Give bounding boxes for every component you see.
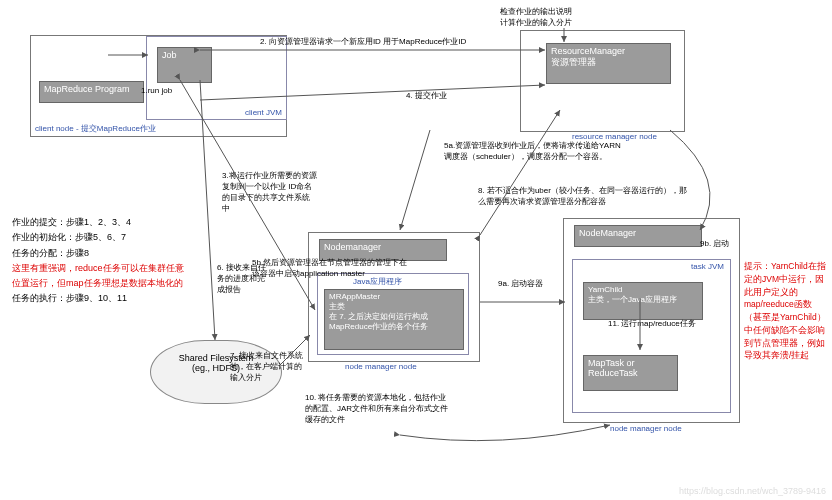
legend-l1: 作业的提交：步骤1、2、3、4 [12, 215, 192, 230]
legend: 作业的提交：步骤1、2、3、4 作业的初始化：步骤5、6、7 任务的分配：步骤8… [12, 215, 192, 307]
task-box: MapTask or ReduceTask [583, 355, 678, 391]
nm1-app-box: MRAppMaster 主类 在 7. 之后决定如何运行构成MapReduce作… [317, 273, 469, 355]
a4-label: 4. 提交作业 [406, 90, 447, 101]
a10-label: 10. 将任务需要的资源本地化，包括作业的配置、JAR文件和所有来自分布式文件缓… [305, 392, 450, 425]
rm-title: ResourceManager [551, 46, 625, 56]
nm1-node-label: node manager node [345, 362, 417, 371]
client-node-title: client node - 提交MapReduce作业 [35, 123, 156, 134]
mr-master-note: 在 7. 之后决定如何运行构成MapReduce作业的各个任务 [329, 312, 428, 331]
client-jvm-box: Job client JVM [146, 36, 287, 120]
mr-program-box: MapReduce Program [39, 81, 144, 103]
nm2-node-label: node manager node [610, 424, 682, 433]
yarnchild-sub: 主类，一个Java应用程序 [588, 295, 677, 304]
a5a-label: 5a.资源管理器收到作业后，便将请求传递给YARN调度器（scheduler），… [444, 140, 624, 162]
legend-l4: 这里有重强调，reduce任务可以在集群任意位置运行，但map任务理想是数据本地… [12, 261, 192, 292]
legend-l2: 作业的初始化：步骤5、6、7 [12, 230, 192, 245]
a8-label: 8. 若不适合作为uber（较小任务、在同一容器运行的），那么需要再次请求资源管… [478, 185, 688, 207]
tip-text: 提示：YarnChild在指定的JVM中运行，因此用户定义的map/reeduc… [744, 260, 829, 362]
a5b-label: 5b.然后资源管理器在节点管理器的管理下在该容器中启动application m… [252, 257, 412, 279]
a2-label: 2. 向资源管理器请求一个新应用ID 用于MapReduce作业ID [260, 36, 466, 47]
legend-l3: 任务的分配：步骤8 [12, 246, 192, 261]
a3-label: 3.将运行作业所需要的资源复制到一个以作业 ID命名的目录下的共享文件系统中 [222, 170, 317, 214]
rm-box: ResourceManager 资源管理器 [546, 43, 671, 84]
rm-sub: 资源管理器 [551, 57, 596, 67]
watermark: https://blog.csdn.net/wch_3789-9416 [679, 486, 826, 496]
mr-master-title: MRAppMaster [329, 292, 380, 301]
yarnchild-title: YarnChild [588, 285, 623, 294]
a6-label: 6. 接收来自任务的进度和完成报告 [217, 262, 272, 295]
a9a-label: 9a. 启动容器 [498, 278, 543, 289]
task-jvm-label: task JVM [691, 262, 724, 271]
a7-label: 7. 接收来自文件系统的，在客户端计算的输入分片 [230, 350, 305, 383]
nm1-box: Nodemanager MRAppMaster 主类 在 7. 之后决定如何运行… [308, 232, 480, 362]
rm-node-box: ResourceManager 资源管理器 [520, 30, 685, 132]
legend-l5: 任务的执行：步骤9、10、11 [12, 291, 192, 306]
a9b-label: 9b. 启动 [700, 238, 729, 249]
nm2-title: NodeManager [574, 225, 702, 247]
mr-master-box: MRAppMaster 主类 在 7. 之后决定如何运行构成MapReduce作… [324, 289, 464, 350]
yarnchild-box: YarnChild 主类，一个Java应用程序 [583, 282, 703, 320]
client-node-box: Job client JVM MapReduce Program 1.run j… [30, 35, 287, 137]
mr-master-sub: 主类 [329, 302, 345, 311]
job-box: Job [157, 47, 212, 83]
a11-label: 11. 运行map/reduce任务 [608, 318, 728, 329]
client-jvm-label: client JVM [245, 108, 282, 117]
task-jvm-box: task JVM YarnChild 主类，一个Java应用程序 MapTask… [572, 259, 731, 413]
check-label: 检查作业的输出说明 计算作业的输入分片 [500, 6, 572, 28]
run-job-label: 1.run job [141, 86, 172, 95]
